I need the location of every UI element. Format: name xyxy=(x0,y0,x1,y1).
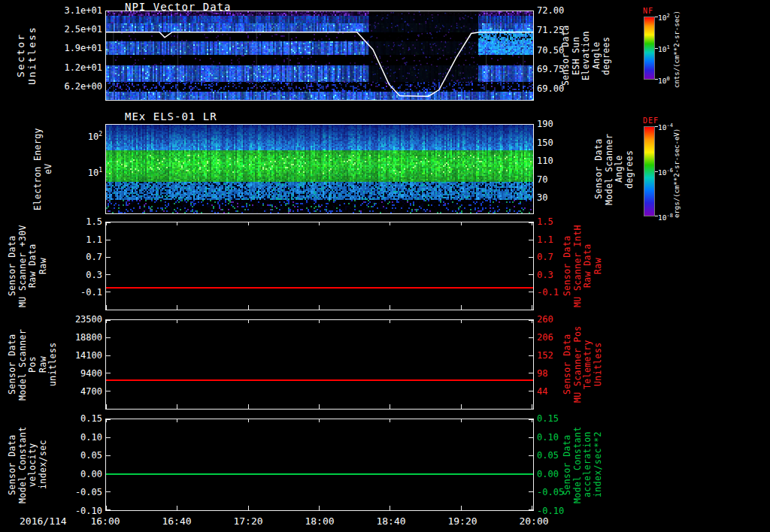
colorbar-def xyxy=(644,126,655,216)
y-tick-label-right: 30 xyxy=(537,192,547,203)
y-tick-label: -0.1 xyxy=(47,287,102,298)
y-tick-mark xyxy=(529,320,533,321)
panel2-title: MEx ELS-01 LR xyxy=(125,110,217,122)
x-tick-label: 19:20 xyxy=(446,515,479,527)
right-axis-label-scanner-pos: Sensor Data MU Scanner Pos Telemetry Uni… xyxy=(562,319,603,410)
panel-plot-mu-scanner xyxy=(105,222,534,310)
y-axis-label-npi: Sector Unitless xyxy=(15,11,38,101)
y-tick-label-right: 190 xyxy=(537,119,553,129)
right-axis-label-npi: Sensor Data ESH Sun Elevation Angle degr… xyxy=(561,11,612,101)
x-tick-mark xyxy=(248,305,249,310)
right-axis-label-mu-scanner: Sensor Data MU Scanner IntH Raw Data Raw xyxy=(562,222,603,310)
y-tick-label: 0.7 xyxy=(47,252,102,262)
colorbar-tick-label: 10-4 xyxy=(658,122,673,131)
y-tick-label-right: 98 xyxy=(537,368,547,379)
y-axis-label-mu-scanner: Sensor Data MU Scanner +30V Raw Data Raw xyxy=(8,222,48,310)
y-tick-label-right: 44 xyxy=(537,386,547,397)
x-tick-mark xyxy=(390,320,390,323)
x-tick-mark xyxy=(106,305,107,310)
x-tick-mark xyxy=(248,419,249,422)
x-tick-mark xyxy=(177,404,177,409)
y-tick-label-right: 0.3 xyxy=(537,270,553,280)
x-tick-mark xyxy=(390,506,390,510)
els-spectrogram-canvas xyxy=(106,125,533,213)
y-tick-label-right: 0.00 xyxy=(537,469,559,479)
y-tick-label: 1.1 xyxy=(47,234,102,245)
x-tick-mark xyxy=(248,320,249,323)
data-line-model-constant xyxy=(106,473,533,475)
y-tick-label: -0.10 xyxy=(47,506,102,516)
y-tick-label-right: -0.1 xyxy=(537,287,559,298)
x-tick-mark xyxy=(319,506,320,510)
npi-spectrogram-canvas xyxy=(106,11,533,100)
y-tick-label-right: -0.05 xyxy=(537,487,564,497)
y-tick-mark xyxy=(106,355,111,356)
x-tick-mark xyxy=(319,222,320,225)
x-tick-label: 16:40 xyxy=(160,515,193,527)
y-tick-mark xyxy=(106,257,111,258)
y-tick-mark xyxy=(529,240,533,240)
y-tick-label: 0.3 xyxy=(47,270,102,280)
x-tick-mark xyxy=(461,404,462,409)
x-tick-mark xyxy=(106,404,107,409)
colorbar-unit-def: ergs/(cm**2-sr-sec-eV) xyxy=(673,114,681,231)
y-tick-mark xyxy=(529,292,533,292)
y-tick-label: 102 xyxy=(47,129,102,142)
science-plot-page: NPI Vector Data MEx ELS-01 LR 2016/114 3… xyxy=(0,0,770,532)
y-tick-label: 3.1e+01 xyxy=(47,5,102,16)
data-line-scanner-pos xyxy=(106,379,533,381)
y-tick-mark xyxy=(106,419,111,420)
y-tick-label: 0.05 xyxy=(47,450,102,461)
y-tick-mark xyxy=(529,437,533,438)
y-tick-mark xyxy=(529,455,533,456)
y-tick-mark xyxy=(106,240,111,240)
y-tick-label-right: 260 xyxy=(537,314,553,325)
y-tick-mark xyxy=(106,337,111,338)
x-tick-mark xyxy=(461,506,462,510)
x-tick-mark xyxy=(319,419,320,422)
y-tick-mark xyxy=(106,373,111,373)
x-tick-label: 16:00 xyxy=(89,515,122,527)
y-tick-label-right: -0.10 xyxy=(537,506,564,516)
x-tick-mark xyxy=(319,404,320,409)
y-tick-label-right: 150 xyxy=(537,138,553,148)
x-tick-mark xyxy=(319,320,320,323)
y-tick-mark xyxy=(106,491,111,492)
x-tick-mark xyxy=(461,320,462,323)
y-tick-mark xyxy=(529,337,533,338)
y-tick-label-right: 152 xyxy=(537,350,553,361)
y-axis-label-model-constant: Sensor Data Model Constant velocity inde… xyxy=(8,419,48,511)
y-tick-label-right: 0.05 xyxy=(537,450,559,461)
y-tick-label: 101 xyxy=(47,165,102,178)
panel-plot-model-constant xyxy=(105,419,534,511)
y-tick-mark xyxy=(106,222,111,223)
y-tick-label: 1.9e+01 xyxy=(47,43,102,53)
x-tick-mark xyxy=(390,404,390,409)
y-tick-mark xyxy=(529,257,533,258)
y-tick-label-right: 0.10 xyxy=(537,432,559,443)
y-tick-mark xyxy=(106,509,111,510)
x-tick-mark xyxy=(319,305,320,310)
y-tick-label: 0.15 xyxy=(47,413,102,424)
y-tick-label: 2.5e+01 xyxy=(47,24,102,35)
colorbar-tick-label: 100 xyxy=(658,76,670,85)
x-tick-mark xyxy=(390,222,390,225)
y-axis-label-els: Electron Energy eV xyxy=(33,124,53,214)
y-tick-label-right: 110 xyxy=(537,156,553,166)
y-tick-label: -0.05 xyxy=(47,487,102,497)
y-tick-mark xyxy=(529,274,533,275)
y-tick-label: 1.2e+01 xyxy=(47,62,102,73)
y-tick-mark xyxy=(529,222,533,223)
data-line-mu-scanner xyxy=(106,287,533,289)
y-tick-label-right: 1.1 xyxy=(537,234,553,245)
right-axis-label-model-constant: Sensor Data Model Constant acceleration … xyxy=(562,419,603,511)
x-tick-label: 18:00 xyxy=(303,515,336,527)
y-tick-mark xyxy=(106,455,111,456)
y-tick-mark xyxy=(106,274,111,275)
colorbar-tick-label: 102 xyxy=(658,13,670,22)
y-tick-label: 6.2e+00 xyxy=(47,81,102,92)
x-tick-mark xyxy=(390,419,390,422)
x-tick-mark xyxy=(532,305,532,310)
colorbar-tick-label: 101 xyxy=(658,44,670,53)
x-tick-mark xyxy=(248,222,249,225)
